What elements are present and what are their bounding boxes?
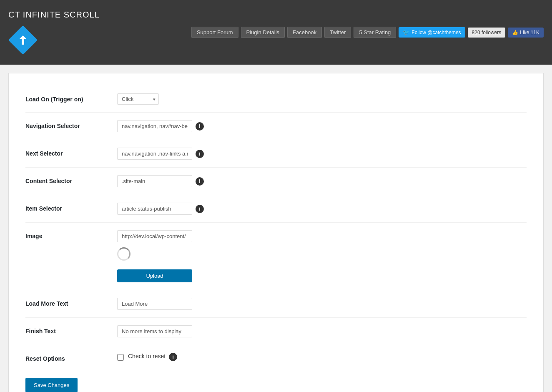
info-icon[interactable]: i [196, 205, 204, 213]
finish-text-label: Finish Text [25, 325, 117, 334]
item-selector-control: i [117, 203, 527, 215]
content-selector-input[interactable] [117, 175, 192, 187]
twitter-button[interactable]: Twitter [324, 27, 351, 38]
navigation-selector-control: i [117, 120, 527, 132]
header: CT INFINITE SCROLL Support Forum Plugin … [0, 0, 552, 65]
reset-options-label: Reset Options [25, 353, 117, 362]
reset-options-control: Check to reset i [117, 353, 527, 361]
like-badge[interactable]: 👍 Like 11K [508, 28, 544, 38]
image-section: Upload [117, 230, 192, 282]
item-selector-input[interactable] [117, 203, 192, 215]
reset-options-row: Reset Options Check to reset i [25, 345, 527, 369]
load-more-text-label: Load More Text [25, 298, 117, 307]
app-title: CT INFINITE SCROLL [8, 10, 100, 20]
thumbs-up-icon: 👍 [512, 30, 518, 35]
navigation-selector-row: Navigation Selector i [25, 113, 527, 140]
load-more-text-control [117, 298, 527, 310]
load-on-select[interactable]: Click Scroll [117, 93, 159, 105]
finish-text-input[interactable] [117, 325, 192, 337]
followers-badge: 820 followers [468, 28, 506, 38]
next-selector-row: Next Selector i [25, 140, 527, 168]
logo-icon [8, 25, 38, 55]
info-icon[interactable]: i [196, 122, 204, 131]
next-selector-input[interactable] [117, 148, 192, 160]
image-url-input[interactable] [117, 230, 192, 242]
item-selector-label: Item Selector [25, 203, 117, 212]
info-icon[interactable]: i [196, 177, 204, 186]
content-selector-label: Content Selector [25, 175, 117, 184]
twitter-follow-button[interactable]: 🐦 Follow @catchthemes [399, 27, 465, 38]
twitter-bird-icon: 🐦 [403, 29, 409, 35]
load-on-label: Load On (Trigger on) [25, 93, 117, 103]
reset-checkbox-label[interactable]: Check to reset [117, 353, 166, 361]
like-label: Like 11K [520, 30, 539, 35]
load-on-control: Click Scroll ▾ [117, 93, 527, 105]
loading-spinner-icon [117, 247, 130, 261]
twitter-follow-label: Follow @catchthemes [411, 30, 461, 35]
reset-checkbox[interactable] [117, 354, 124, 361]
image-label: Image [25, 230, 117, 239]
content-selector-row: Content Selector i [25, 168, 527, 195]
reset-checkbox-text: Check to reset [128, 353, 166, 359]
upload-button[interactable]: Upload [117, 269, 192, 282]
save-changes-button[interactable]: Save Changes [25, 378, 78, 392]
item-selector-row: Item Selector i [25, 195, 527, 223]
header-left: CT INFINITE SCROLL [8, 10, 100, 55]
spinner-container [117, 247, 192, 262]
facebook-button[interactable]: Facebook [287, 27, 322, 38]
load-more-text-row: Load More Text [25, 290, 527, 318]
header-nav: Support Forum Plugin Details Facebook Tw… [191, 27, 544, 38]
settings-panel: Load On (Trigger on) Click Scroll ▾ Navi… [8, 73, 544, 392]
navigation-selector-label: Navigation Selector [25, 120, 117, 129]
image-control: Upload [117, 230, 527, 282]
info-icon[interactable]: i [169, 353, 177, 361]
navigation-selector-input[interactable] [117, 120, 192, 132]
support-forum-button[interactable]: Support Forum [191, 27, 238, 38]
load-more-text-input[interactable] [117, 298, 192, 310]
load-on-row: Load On (Trigger on) Click Scroll ▾ [25, 86, 527, 113]
finish-text-row: Finish Text [25, 318, 527, 345]
plugin-details-button[interactable]: Plugin Details [241, 27, 285, 38]
info-icon[interactable]: i [196, 150, 204, 158]
finish-text-control [117, 325, 527, 337]
next-selector-label: Next Selector [25, 148, 117, 157]
star-rating-button[interactable]: 5 Star Rating [354, 27, 396, 38]
content-selector-control: i [117, 175, 527, 187]
load-on-select-wrapper: Click Scroll ▾ [117, 93, 159, 105]
image-row: Image Upload [25, 223, 527, 290]
next-selector-control: i [117, 148, 527, 160]
